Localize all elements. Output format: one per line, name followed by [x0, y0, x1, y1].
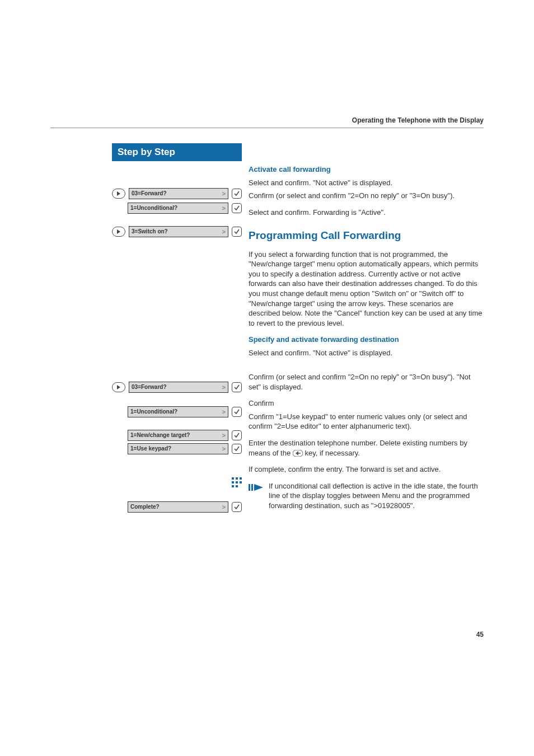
svg-marker-16: [254, 484, 263, 491]
ok-icon: [232, 502, 242, 512]
svg-rect-15: [251, 484, 253, 491]
header-divider: [50, 128, 484, 128]
display-complete: Complete? >: [128, 501, 228, 513]
note-icon: [249, 481, 264, 495]
display-label: 03=Forward?: [132, 384, 167, 391]
ok-icon: [232, 382, 242, 392]
step-by-step-header: Step by Step: [112, 143, 242, 161]
menu-line-use-keypad: 1=Use keypad? >: [112, 443, 242, 454]
menu-line-unconditional-1: 1=Unconditional? >: [112, 203, 242, 214]
note-text: If unconditional call deflection is acti…: [269, 481, 484, 511]
display-label: 1=Use keypad?: [130, 445, 171, 452]
text-forward-not-active: Select and confirm. "Not active" is disp…: [249, 178, 484, 188]
heading-activate-call-forwarding: Activate call forwarding: [249, 165, 484, 175]
chevron-right-icon: >: [222, 228, 226, 235]
chevron-right-icon: >: [222, 504, 226, 510]
display-label: 1=Unconditional?: [130, 205, 177, 212]
note-box: If unconditional call deflection is acti…: [249, 481, 484, 511]
display-unconditional-2: 1=Unconditional? >: [128, 406, 228, 417]
display-label: Complete?: [130, 504, 160, 510]
svg-rect-6: [232, 481, 234, 483]
chevron-right-icon: >: [222, 190, 226, 197]
running-title: Operating the Telephone with the Display: [352, 116, 484, 124]
ok-icon: [232, 444, 242, 454]
svg-marker-12: [296, 451, 298, 456]
display-label: 1=New/change target?: [130, 432, 190, 439]
display-label: 03=Forward?: [132, 190, 167, 197]
chevron-right-icon: >: [222, 205, 226, 212]
display-label: 3=Switch on?: [132, 228, 168, 235]
svg-rect-10: [236, 485, 238, 487]
svg-marker-0: [117, 191, 120, 196]
menu-line-new-change-target: 1=New/change target? >: [112, 430, 242, 441]
text-programming-intro: If you select a forwarding function that…: [249, 250, 484, 328]
chevron-right-icon: >: [222, 432, 226, 439]
menu-line-forward-2: 03=Forward? >: [112, 382, 242, 393]
display-unconditional-1: 1=Unconditional? >: [128, 203, 228, 214]
chevron-right-icon: >: [222, 384, 226, 391]
display-new-change-target: 1=New/change target? >: [128, 430, 228, 441]
ok-icon: [232, 189, 242, 199]
text-fragment: key, if necessary.: [305, 449, 360, 457]
back-key-icon: [293, 450, 303, 457]
text-enter-destination: Enter the destination telephone number. …: [249, 438, 484, 458]
scroll-icon: [112, 227, 125, 237]
text-complete: If complete, confirm the entry. The forw…: [249, 464, 484, 475]
svg-rect-14: [249, 484, 250, 491]
svg-rect-4: [236, 477, 238, 480]
text-unconditional-not-set: Confirm (or select and confirm "2=On no …: [249, 372, 484, 392]
ok-icon: [232, 203, 242, 213]
scroll-icon: [112, 382, 125, 392]
menu-line-switch-on: 3=Switch on? >: [112, 226, 242, 237]
display-label: 1=Unconditional?: [130, 408, 177, 415]
keypad-icon: [232, 477, 242, 487]
ok-icon: [232, 430, 242, 440]
menu-line-forward-1: 03=Forward? >: [112, 188, 242, 199]
text-confirm: Confirm: [249, 398, 484, 408]
display-forward-2: 03=Forward? >: [129, 382, 228, 393]
ok-icon: [232, 407, 242, 417]
display-forward-1: 03=Forward? >: [129, 188, 228, 199]
display-switch-on: 3=Switch on? >: [129, 226, 228, 237]
display-use-keypad: 1=Use keypad? >: [128, 443, 228, 454]
svg-marker-1: [117, 229, 120, 234]
chevron-right-icon: >: [222, 408, 226, 415]
ok-icon: [232, 227, 242, 237]
text-switch-on: Select and confirm. Forwarding is "Activ…: [249, 208, 484, 218]
text-unconditional-confirm: Confirm (or select and confirm "2=On no …: [249, 191, 484, 201]
svg-rect-7: [236, 481, 238, 483]
menu-line-complete: Complete? >: [112, 501, 242, 513]
scroll-icon: [112, 189, 125, 199]
page-number: 45: [476, 631, 484, 638]
text-use-keypad: Confirm "1=Use keypad" to enter numeric …: [249, 412, 484, 431]
heading-programming-call-forwarding: Programming Call Forwarding: [249, 228, 484, 243]
chevron-right-icon: >: [222, 445, 226, 452]
svg-marker-2: [117, 385, 120, 389]
svg-rect-3: [232, 477, 234, 480]
svg-rect-9: [232, 485, 234, 487]
text-forward-not-active-2: Select and confirm. "Not active" is disp…: [249, 348, 484, 358]
heading-specify-activate: Specify and activate forwarding destinat…: [249, 335, 484, 345]
menu-line-unconditional-2: 1=Unconditional? >: [112, 406, 242, 417]
keypad-row: [112, 477, 242, 488]
